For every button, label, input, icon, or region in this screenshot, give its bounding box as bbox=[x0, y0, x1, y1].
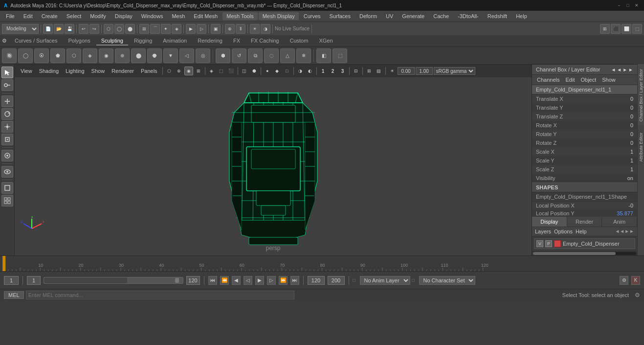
shelf-tab-fx-caching[interactable]: FX Caching bbox=[246, 37, 284, 46]
current-frame-input[interactable]: 1 bbox=[4, 276, 19, 285]
menu-create[interactable]: Create bbox=[38, 12, 62, 20]
universal-manip-btn[interactable] bbox=[1, 134, 13, 145]
channel-translate-x[interactable]: Translate X 0 bbox=[532, 94, 637, 103]
autokey-btn[interactable]: K bbox=[631, 276, 640, 285]
color-space-dropdown[interactable]: sRGB gamma bbox=[434, 67, 475, 75]
channel-box-side-tab[interactable]: Channel Box / Layer Editor bbox=[638, 65, 644, 126]
menu-modify[interactable]: Modify bbox=[86, 12, 110, 20]
menu-deform[interactable]: Deform bbox=[355, 12, 381, 20]
cb-scrollbar[interactable] bbox=[532, 251, 637, 255]
move-tool-btn[interactable] bbox=[1, 95, 13, 107]
snap-to-point-icon[interactable]: ✦ bbox=[161, 24, 171, 34]
soft-select-btn[interactable] bbox=[1, 150, 13, 161]
shelf-sculpt-icon-14[interactable]: ⬢ bbox=[216, 48, 230, 63]
save-file-icon[interactable]: 💾 bbox=[65, 24, 74, 34]
shelf-sculpt-icon-5[interactable]: ⬡ bbox=[67, 48, 81, 63]
channel-translate-y[interactable]: Translate Y 0 bbox=[532, 103, 637, 112]
range-start-input[interactable]: 1 bbox=[27, 276, 41, 285]
status-settings-icon[interactable]: ⚙ bbox=[635, 292, 640, 299]
menu-mesh-tools[interactable]: Mesh Tools bbox=[222, 12, 257, 20]
timeline-ruler[interactable] bbox=[0, 256, 644, 271]
channel-scale-z[interactable]: Scale Z 1 bbox=[532, 165, 637, 174]
menu-generate[interactable]: Generate bbox=[398, 12, 428, 20]
shelf-sculpt-icon-10[interactable]: ⯃ bbox=[147, 48, 162, 63]
heads-up-display-icon[interactable]: ▤ bbox=[375, 67, 383, 75]
wireframe-on-shaded-icon[interactable]: ⬢ bbox=[250, 67, 259, 75]
cb-menu-channels[interactable]: Channels bbox=[535, 76, 561, 83]
close-button[interactable]: ✕ bbox=[633, 2, 640, 9]
paint-select-btn[interactable] bbox=[1, 79, 13, 91]
shelf-sculpt-icon-12[interactable]: ◁ bbox=[179, 48, 194, 63]
next-frame-btn[interactable]: ⏩ bbox=[279, 276, 288, 285]
minimize-button[interactable]: − bbox=[616, 2, 622, 9]
render-icon[interactable]: ▶ bbox=[186, 24, 196, 34]
camera-zoom-icon[interactable]: ⊞ bbox=[194, 67, 203, 75]
maximize-button[interactable]: □ bbox=[624, 2, 631, 9]
select-icon[interactable]: ⬡ bbox=[104, 24, 113, 34]
layer-menu-help[interactable]: Help bbox=[576, 229, 587, 234]
open-file-icon[interactable]: 📂 bbox=[54, 24, 64, 34]
shelf-sculpt-icon-8[interactable]: ⊕ bbox=[115, 48, 130, 63]
vp-menu-shading[interactable]: Shading bbox=[36, 67, 62, 75]
new-file-icon[interactable]: 📄 bbox=[43, 24, 53, 34]
shelf-sculpt-icon-13[interactable]: ◎ bbox=[196, 48, 210, 63]
light-icon[interactable]: ☀ bbox=[250, 24, 260, 34]
xray-icon[interactable]: ◫ bbox=[240, 67, 249, 75]
display-tab-display[interactable]: Display bbox=[532, 217, 567, 227]
shelf-tab-animation[interactable]: Animation bbox=[158, 37, 192, 46]
shelf-tab-xgen[interactable]: XGen bbox=[314, 37, 337, 46]
mode-dropdown[interactable]: Modeling Rigging Animation bbox=[2, 24, 39, 34]
shelf-sculpt-icon-16[interactable]: ⧉ bbox=[248, 48, 263, 63]
shelf-sculpt-icon-9[interactable]: ⬤ bbox=[131, 48, 146, 63]
layer-p-checkbox[interactable]: P bbox=[545, 240, 552, 247]
redo-icon[interactable]: ↪ bbox=[89, 24, 99, 34]
layout-icon1[interactable]: ⊞ bbox=[600, 24, 610, 34]
timeline-area[interactable] bbox=[0, 255, 644, 271]
paint-icon[interactable]: ⬤ bbox=[125, 24, 135, 34]
exposure-icon[interactable]: ☀ bbox=[388, 67, 397, 75]
snap-to-curve-icon[interactable]: ⌒ bbox=[150, 24, 160, 34]
menu-redshift[interactable]: Redshift bbox=[484, 12, 511, 20]
channel-rotate-x[interactable]: Rotate X 0 bbox=[532, 121, 637, 130]
shelf-sculpt-icon-18[interactable]: △ bbox=[280, 48, 295, 63]
go-to-start-btn[interactable]: ⏮ bbox=[208, 276, 217, 285]
screen-space-ao-icon[interactable]: ◐ bbox=[306, 67, 314, 75]
shelf-sculpt-icon-4[interactable]: ⬟ bbox=[50, 48, 65, 63]
end-frame-display[interactable]: 120 bbox=[308, 276, 325, 285]
menu-cache[interactable]: Cache bbox=[429, 12, 453, 20]
camera-move-icon[interactable]: ⬡ bbox=[165, 67, 174, 75]
layer-arrows[interactable]: ◄◄►► bbox=[615, 229, 634, 234]
menu-file[interactable]: File bbox=[2, 12, 19, 20]
command-input[interactable] bbox=[26, 291, 295, 299]
shelf-sculpt-icon-3[interactable]: ⦿ bbox=[34, 48, 49, 63]
cb-arrow-left[interactable]: ◄ bbox=[611, 67, 616, 72]
low-quality-icon[interactable]: 1 bbox=[319, 67, 328, 75]
attribute-editor-side-tab[interactable]: Attribute Editor bbox=[638, 129, 644, 166]
cb-scrollbar-thumb[interactable] bbox=[533, 252, 616, 255]
cb-arrow-left2[interactable]: ◄ bbox=[617, 67, 622, 72]
layer-color-swatch[interactable] bbox=[554, 240, 561, 247]
gamma-input[interactable] bbox=[416, 67, 433, 75]
next-key-btn[interactable]: ▷ bbox=[267, 276, 276, 285]
menu-display[interactable]: Display bbox=[111, 12, 136, 20]
hud-icon[interactable]: ⊟ bbox=[352, 67, 360, 75]
display-mode-icon[interactable]: ▣ bbox=[211, 24, 221, 34]
mid-quality-icon[interactable]: 2 bbox=[329, 67, 337, 75]
menu-curves[interactable]: Curves bbox=[300, 12, 325, 20]
shelf-tab-fx[interactable]: FX bbox=[228, 37, 245, 46]
shelf-sculpt-icon-6[interactable]: ◈ bbox=[83, 48, 97, 63]
shelf-sculpt-icon-20[interactable]: ◧ bbox=[316, 48, 331, 63]
exposure-input[interactable] bbox=[398, 67, 415, 75]
smooth-shaded-icon[interactable]: ● bbox=[263, 67, 272, 75]
frame-all-btn[interactable] bbox=[1, 195, 13, 207]
shelf-tab-polygons[interactable]: Polygons bbox=[63, 37, 95, 46]
channel-local-pos-y[interactable]: Local Position Y 35.877 bbox=[532, 209, 637, 217]
shelf-tab-curves-surfaces[interactable]: Curves / Surfaces bbox=[10, 37, 62, 46]
ipr-icon[interactable]: ▷ bbox=[197, 24, 206, 34]
display-tab-render[interactable]: Render bbox=[567, 217, 602, 227]
play-forward-btn[interactable]: ▶ bbox=[255, 276, 264, 285]
channel-scale-y[interactable]: Scale Y 1 bbox=[532, 156, 637, 165]
channel-translate-z[interactable]: Translate Z 0 bbox=[532, 112, 637, 121]
rotate-tool-btn[interactable] bbox=[1, 108, 13, 120]
snap-to-view-icon[interactable]: ◈ bbox=[172, 24, 181, 34]
